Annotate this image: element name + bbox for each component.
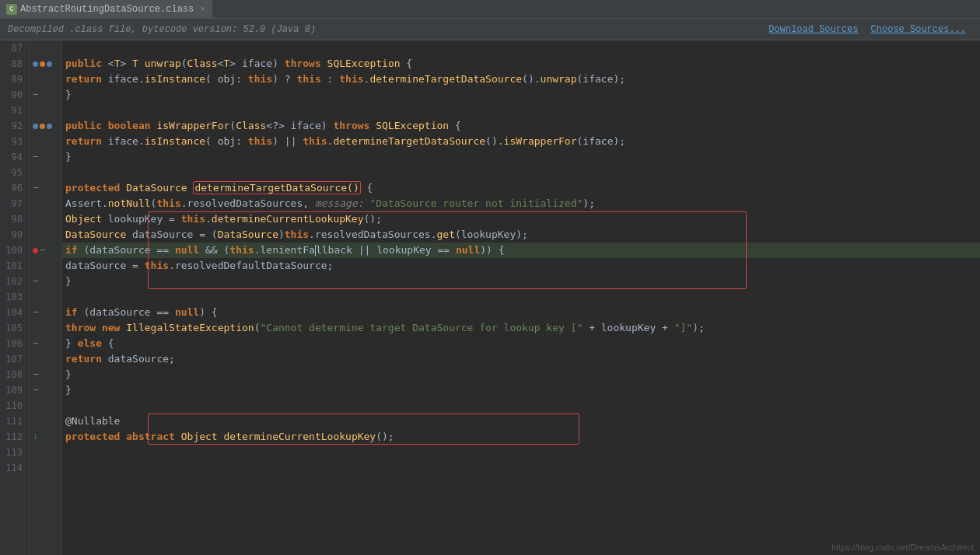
- gutter-line: [30, 351, 61, 367]
- gutter-line: −: [30, 274, 61, 289]
- line-number: 96: [0, 180, 29, 196]
- code-line: @Nullable: [62, 414, 980, 429]
- gutter-line: −: [30, 87, 61, 103]
- gutter-line: [30, 289, 61, 305]
- code-line: if (dataSource == null) {: [62, 305, 980, 320]
- tab-icon: C: [6, 4, 17, 15]
- line-number: 108: [0, 367, 29, 382]
- gutter-line: [30, 398, 61, 414]
- code-line: return dataSource;: [62, 351, 980, 367]
- gutter-line: [30, 445, 61, 460]
- line-number: 93: [0, 134, 29, 149]
- code-line: [62, 165, 980, 180]
- gutter-line: [30, 414, 61, 429]
- code-line: }: [62, 149, 980, 165]
- code-line: [62, 40, 980, 56]
- code-line: protected abstract Object determineCurre…: [62, 429, 980, 445]
- gutter-line: [30, 40, 61, 56]
- fold-icon: −: [33, 339, 39, 349]
- line-number: 114: [0, 460, 29, 476]
- line-number: 103: [0, 289, 29, 305]
- info-links: Download Sources Choose Sources...: [762, 24, 972, 35]
- line-number: 89: [0, 72, 29, 87]
- line-number: 90: [0, 87, 29, 103]
- gutter-line: −: [30, 367, 61, 382]
- code-line: public boolean isWrapperFor(Class<?> ifa…: [62, 118, 980, 134]
- gutter-line: [30, 196, 61, 211]
- line-number: 98: [0, 211, 29, 227]
- code-line: }: [62, 87, 980, 103]
- code-line: } else {: [62, 336, 980, 351]
- code-line: return iface.isInstance( obj: this) || t…: [62, 134, 980, 149]
- code-line: DataSource dataSource = (DataSource)this…: [62, 227, 980, 243]
- gutter-line: [30, 211, 61, 227]
- code-line: throw new IllegalStateException("Cannot …: [62, 320, 980, 336]
- fold-icon: −: [33, 386, 39, 396]
- line-number: 92: [0, 118, 29, 134]
- code-line: public <T> T unwrap(Class<T> iface) thro…: [62, 56, 980, 72]
- gutter-line: −: [30, 149, 61, 165]
- gutter-line: [30, 258, 61, 274]
- fold-icon: −: [33, 152, 39, 162]
- line-number: 95: [0, 165, 29, 180]
- line-number: 101: [0, 258, 29, 274]
- watermark: https://blog.csdn.net/DreamsArchitect: [831, 543, 974, 552]
- title-bar: C AbstractRoutingDataSource.class ×: [0, 0, 980, 19]
- gutter-line: [30, 72, 61, 87]
- breakpoint-dot-icon: [47, 61, 52, 67]
- code-content[interactable]: public <T> T unwrap(Class<T> iface) thro…: [62, 40, 980, 555]
- line-number: 87: [0, 40, 29, 56]
- gutter-line: −: [30, 180, 61, 196]
- gutter-line: [30, 227, 61, 243]
- code-line: Assert.notNull(this.resolvedDataSources,…: [62, 196, 980, 211]
- gutter-line: [30, 118, 61, 134]
- line-number: 104: [0, 305, 29, 320]
- code-line: protected DataSource determineTargetData…: [62, 180, 980, 196]
- gutter-line: [30, 320, 61, 336]
- gutter-line: −: [30, 243, 61, 258]
- breakpoint-dot-icon: [33, 124, 38, 129]
- code-line: [62, 103, 980, 118]
- code-line: [62, 460, 980, 476]
- code-line: if (dataSource == null && (this.lenientF…: [62, 243, 980, 258]
- download-sources-link[interactable]: Download Sources: [762, 24, 864, 35]
- line-number: 102: [0, 274, 29, 289]
- line-number: 100: [0, 243, 29, 258]
- line-number: 105: [0, 320, 29, 336]
- line-number: 97: [0, 196, 29, 211]
- fold-icon: −: [33, 370, 39, 380]
- fold-icon: −: [33, 277, 39, 287]
- gutter-line: [30, 56, 61, 72]
- info-bar: Decompiled .class file, bytecode version…: [0, 19, 980, 40]
- code-line: Object lookupKey = this.determineCurrent…: [62, 211, 980, 227]
- warning-dot-icon: [40, 61, 45, 67]
- code-line: [62, 445, 980, 460]
- gutter-line: −: [30, 336, 61, 351]
- line-number: 99: [0, 227, 29, 243]
- fold-icon: −: [33, 90, 39, 100]
- line-number: 112: [0, 429, 29, 445]
- line-number: 91: [0, 103, 29, 118]
- line-number: 109: [0, 382, 29, 398]
- breakpoint-dot-icon: [47, 124, 52, 129]
- arrow-icon: ↓: [33, 429, 38, 445]
- warning-dot-icon: [40, 124, 45, 129]
- line-number: 94: [0, 149, 29, 165]
- tab-close-icon[interactable]: ×: [200, 5, 205, 14]
- decompiled-info: Decompiled .class file, bytecode version…: [8, 24, 316, 35]
- breakpoint-dot-icon: [33, 61, 38, 67]
- editor-tab[interactable]: C AbstractRoutingDataSource.class ×: [0, 0, 212, 19]
- gutter-line: [30, 165, 61, 180]
- gutter-line: ↓: [30, 429, 61, 445]
- line-number: 107: [0, 351, 29, 367]
- error-dot-icon: [33, 248, 38, 253]
- choose-sources-link[interactable]: Choose Sources...: [865, 24, 972, 35]
- code-line: dataSource = this.resolvedDefaultDataSou…: [62, 258, 980, 274]
- gutter-line: [30, 103, 61, 118]
- gutter-line: −: [30, 305, 61, 320]
- line-number: 106: [0, 336, 29, 351]
- code-line: [62, 289, 980, 305]
- line-number: 113: [0, 445, 29, 460]
- code-line: [62, 398, 980, 414]
- code-line: }: [62, 274, 980, 289]
